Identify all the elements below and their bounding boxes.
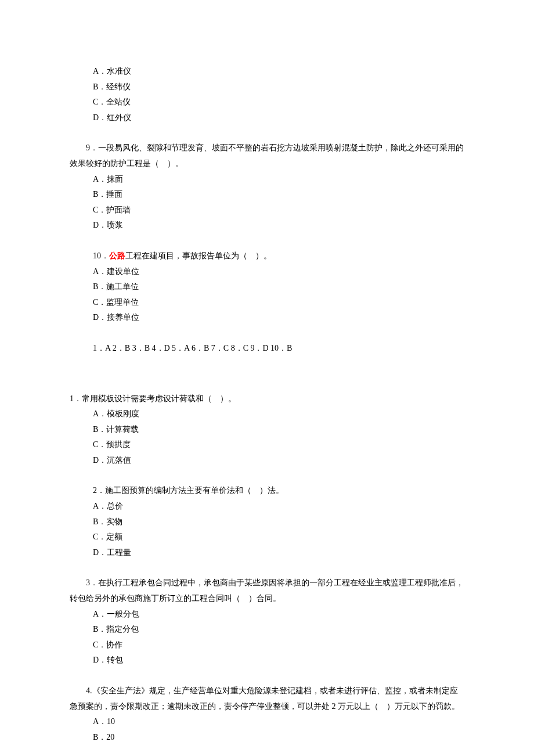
question-10: 10．公路工程在建项目，事故报告单位为（ ）。 A．建设单位 B．施工单位 C．… <box>70 249 464 326</box>
s2-q2-option-d: D．工程量 <box>70 545 464 561</box>
q9-option-a: A．抹面 <box>70 172 464 188</box>
document-page: A．水准仪 B．经纬仪 C．全站仪 D．红外仪 9．一段易风化、裂隙和节理发育、… <box>0 0 534 756</box>
s2-q3-text: 3．在执行工程承包合同过程中，承包商由于某些原因将承担的一部分工程在经业主或监理… <box>70 575 464 606</box>
q9-text: 9．一段易风化、裂隙和节理发育、坡面不平整的岩石挖方边坡采用喷射混凝土防护，除此… <box>70 141 464 171</box>
s2-q3-option-c: C．协作 <box>70 638 464 653</box>
q10-suffix: 工程在建项目，事故报告单位为（ ）。 <box>125 251 272 260</box>
q10-option-d: D．接养单位 <box>70 310 464 326</box>
q9-option-c: C．护面墙 <box>70 203 464 218</box>
q8-option-d: D．红外仪 <box>70 110 464 126</box>
s2-q4-option-b: B．20 <box>70 730 464 746</box>
q9-option-d: D．喷浆 <box>70 218 464 233</box>
q8-option-c: C．全站仪 <box>70 95 464 110</box>
s2-q4-text: 4.《安全生产法》规定，生产经营单位对重大危险源未登记建档，或者未进行评估、监控… <box>70 683 464 714</box>
s2-q1-option-a: A．模板刚度 <box>70 406 464 422</box>
q10-option-c: C．监理单位 <box>70 295 464 311</box>
q10-option-b: B．施工单位 <box>70 279 464 295</box>
q10-option-a: A．建设单位 <box>70 264 464 280</box>
section2-q2: 2．施工图预算的编制方法主要有单价法和（ ）法。 A．总价 B．实物 C．定额 … <box>70 483 464 560</box>
s2-q2-option-a: A．总价 <box>70 499 464 514</box>
q10-highlight: 公路 <box>109 251 125 260</box>
q10-text: 10．公路工程在建项目，事故报告单位为（ ）。 <box>70 249 464 264</box>
s2-q1-option-d: D．沉落值 <box>70 453 464 469</box>
section2-q3: 3．在执行工程承包合同过程中，承包商由于某些原因将承担的一部分工程在经业主或监理… <box>70 575 464 668</box>
q9-option-b: B．捶面 <box>70 187 464 203</box>
q8-option-a: A．水准仪 <box>70 64 464 80</box>
answers-line: 1．A 2．B 3．B 4．D 5．A 6．B 7．C 8．C 9．D 10．B <box>70 341 464 357</box>
question-9: 9．一段易风化、裂隙和节理发育、坡面不平整的岩石挖方边坡采用喷射混凝土防护，除此… <box>70 141 464 233</box>
s2-q3-option-d: D．转包 <box>70 653 464 668</box>
q8-option-b: B．经纬仪 <box>70 80 464 95</box>
section2-q4: 4.《安全生产法》规定，生产经营单位对重大危险源未登记建档，或者未进行评估、监控… <box>70 683 464 745</box>
s2-q3-option-a: A．一般分包 <box>70 607 464 622</box>
q10-prefix: 10． <box>93 251 109 260</box>
s2-q2-option-c: C．定额 <box>70 530 464 545</box>
section2-q1: 1．常用模板设计需要考虑设计荷载和（ ）。 A．模板刚度 B．计算荷载 C．预拱… <box>70 391 464 469</box>
s2-q4-option-a: A．10 <box>70 714 464 730</box>
s2-q3-option-b: B．指定分包 <box>70 622 464 638</box>
s2-q1-text: 1．常用模板设计需要考虑设计荷载和（ ）。 <box>70 391 464 407</box>
s2-q1-option-c: C．预拱度 <box>70 437 464 453</box>
s2-q2-option-b: B．实物 <box>70 514 464 530</box>
s2-q1-option-b: B．计算荷载 <box>70 422 464 438</box>
s2-q2-text: 2．施工图预算的编制方法主要有单价法和（ ）法。 <box>70 483 464 499</box>
